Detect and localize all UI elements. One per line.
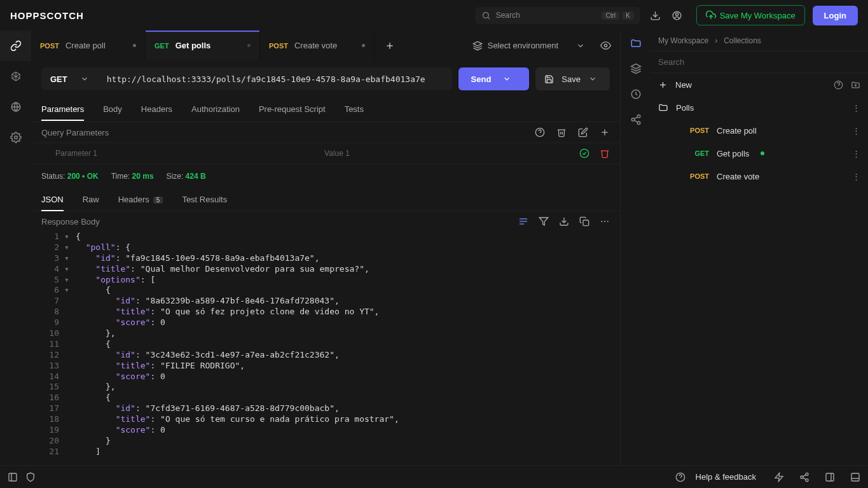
save-workspace-button[interactable]: Save My Workspace — [696, 5, 805, 25]
reqtab-body[interactable]: Body — [103, 98, 122, 120]
send-label: Send — [471, 74, 492, 84]
folder-icon — [658, 102, 668, 113]
panel-right-icon[interactable] — [825, 472, 835, 482]
breadcrumb-workspace[interactable]: My Workspace — [658, 36, 708, 45]
help-icon[interactable] — [535, 127, 545, 137]
url-input[interactable]: http://localhost:3333/polls/fa9c1845-10e… — [98, 67, 452, 90]
kbd-k: K — [622, 11, 634, 20]
login-button[interactable]: Login — [813, 6, 858, 25]
method-label: GET — [686, 150, 709, 157]
panel-left-icon[interactable] — [8, 472, 18, 482]
svg-point-48 — [801, 476, 803, 478]
more-icon[interactable] — [600, 216, 610, 227]
import-icon[interactable] — [851, 80, 860, 90]
collections-rail[interactable] — [621, 31, 651, 56]
tab-label: Create vote — [294, 41, 337, 50]
sidebar-item-create-poll[interactable]: POST Create poll ⋮ — [651, 119, 868, 142]
download-icon[interactable] — [649, 9, 662, 22]
trash-icon[interactable] — [600, 148, 610, 158]
global-search[interactable]: Search Ctrl K — [475, 7, 640, 24]
more-icon[interactable]: ⋮ — [852, 172, 860, 181]
environments-rail[interactable] — [621, 56, 651, 81]
chevron-down-icon — [588, 74, 597, 83]
more-icon[interactable]: ⋮ — [852, 103, 860, 113]
line-gutter: 123456789101112131415161718192021 — [31, 232, 64, 459]
svg-line-1 — [488, 17, 490, 19]
new-label[interactable]: New — [675, 80, 692, 90]
item-label: Create vote — [717, 172, 759, 181]
method-dropdown[interactable]: GET — [41, 67, 98, 90]
svg-point-47 — [806, 473, 808, 475]
sidebar-item-create-vote[interactable]: POST Create vote ⋮ — [651, 165, 868, 188]
resptab-headers[interactable]: Headers5 — [118, 188, 163, 211]
resptab-raw[interactable]: Raw — [83, 188, 99, 211]
more-icon[interactable]: ⋮ — [852, 126, 860, 136]
response-body-title: Response Body — [41, 217, 100, 227]
history-rail[interactable] — [621, 81, 651, 107]
environment-select[interactable]: Select environment — [466, 41, 591, 51]
size-label: Size: 424 B — [167, 172, 206, 181]
check-icon[interactable] — [579, 148, 589, 158]
kbd-ctrl: Ctrl — [602, 11, 619, 20]
sidebar-item-get-polls[interactable]: GET Get polls ⋮ — [651, 142, 868, 165]
svg-line-51 — [803, 478, 806, 480]
reqtab-authorization[interactable]: Authorization — [191, 98, 240, 120]
resptab-json[interactable]: JSON — [41, 188, 64, 211]
response-json: { "poll": { "id": "fa9c1845-10e9-4578-8a… — [76, 232, 620, 459]
trash-icon[interactable] — [556, 127, 567, 137]
new-tab-button[interactable] — [375, 31, 405, 60]
time-label: Time: 20 ms — [111, 172, 154, 181]
share-icon[interactable] — [799, 472, 809, 482]
share-rail[interactable] — [621, 107, 651, 132]
reqtab-prerequest[interactable]: Pre-request Script — [259, 98, 326, 120]
folder-label[interactable]: Polls — [676, 103, 694, 113]
reqtab-tests[interactable]: Tests — [345, 98, 364, 120]
save-workspace-label: Save My Workspace — [720, 11, 796, 20]
reqtab-parameters[interactable]: Parameters — [41, 98, 84, 120]
help-icon[interactable] — [834, 80, 843, 90]
user-icon[interactable] — [671, 9, 684, 22]
svg-point-20 — [580, 149, 588, 157]
download-icon[interactable] — [559, 216, 569, 227]
tab-create-vote[interactable]: POST Create vote — [260, 31, 375, 60]
wrap-icon[interactable] — [518, 216, 528, 227]
plus-icon[interactable] — [600, 127, 610, 137]
settings-tab[interactable] — [0, 122, 31, 153]
tab-get-polls[interactable]: GET Get polls — [146, 31, 260, 60]
breadcrumb-collections[interactable]: Collections — [724, 36, 761, 45]
svg-point-11 — [14, 136, 17, 139]
resptab-testresults[interactable]: Test Results — [182, 188, 227, 211]
filter-icon[interactable] — [539, 216, 549, 227]
method-label: POST — [269, 42, 288, 50]
svg-point-32 — [637, 115, 640, 118]
save-request-button[interactable]: Save — [535, 67, 610, 90]
zap-icon[interactable] — [774, 472, 784, 482]
help-icon[interactable] — [675, 472, 685, 482]
tab-label: Get polls — [176, 41, 211, 50]
rest-tab[interactable] — [0, 31, 31, 61]
save-icon — [544, 74, 554, 84]
sidebar-search[interactable]: Search — [651, 51, 868, 73]
svg-point-34 — [637, 122, 640, 125]
eye-icon[interactable] — [600, 40, 611, 51]
graphql-tab[interactable] — [0, 61, 31, 92]
help-label[interactable]: Help & feedback — [696, 472, 756, 482]
svg-point-4 — [676, 13, 679, 15]
reqtab-headers[interactable]: Headers — [141, 98, 172, 120]
param-value-input[interactable]: Value 1 — [300, 149, 569, 158]
tab-create-poll[interactable]: POST Create poll — [31, 31, 146, 60]
method-value: GET — [50, 74, 67, 84]
shield-icon[interactable] — [25, 472, 36, 482]
copy-icon[interactable] — [579, 216, 589, 227]
send-button[interactable]: Send — [458, 67, 530, 90]
more-icon[interactable]: ⋮ — [852, 149, 860, 158]
svg-line-36 — [634, 120, 637, 122]
plus-icon[interactable] — [658, 80, 668, 90]
env-label: Select environment — [488, 41, 558, 50]
panel-bottom-icon[interactable] — [850, 472, 860, 482]
search-icon — [481, 11, 491, 20]
param-key-input[interactable]: Parameter 1 — [31, 149, 300, 158]
svg-marker-30 — [631, 64, 640, 69]
edit-icon[interactable] — [578, 127, 588, 137]
realtime-tab[interactable] — [0, 92, 31, 122]
